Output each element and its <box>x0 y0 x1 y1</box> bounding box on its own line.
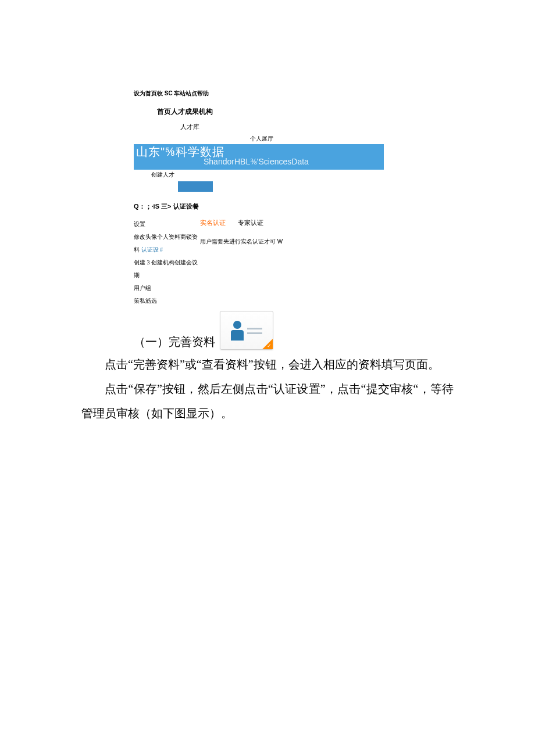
content-panel: 实名认证 专家认证 用户需要先进行实名认证才可 W <box>198 218 384 252</box>
sidebar-item-privacy[interactable]: 策私筋选 <box>134 295 198 307</box>
sidebar-item-settings[interactable]: 设置 <box>134 218 198 231</box>
tab-expert[interactable]: 专家认证 <box>238 219 263 226</box>
banner-title-en: ShandorHBL⅜'SciencesData <box>204 157 309 166</box>
create-talent-label: 创建人才 <box>151 171 174 178</box>
breadcrumb: Q：；·iS 三> 认证设餐 <box>134 192 384 218</box>
sidebar: 设置 修改头像个人资料商锁资 料 认证设 # 创建 3 创建机构创建会议期 用户… <box>134 218 198 307</box>
main-nav: 首页人才成果机构 <box>134 103 384 120</box>
id-card-icon: ✓ <box>220 311 273 350</box>
paragraph-1: 点击“完善资料”或“查看资料”按钮，会进入相应的资料填写页面。 <box>81 352 454 377</box>
tab-realname[interactable]: 实名认证 <box>200 219 226 226</box>
embedded-screenshot: 设为首页收 SC 车站站点帮助 首页人才成果机构 人才库 个人展厅 山东"⅝科学… <box>134 87 384 350</box>
cert-tabs: 实名认证 专家认证 <box>200 218 384 232</box>
primary-button[interactable] <box>178 181 213 192</box>
sidebar-item-profile[interactable]: 修改头像个人资料商锁资 <box>134 231 198 243</box>
sidebar-item-create[interactable]: 创建 3 创建机构创建会议期 <box>134 256 198 282</box>
nav-talent-pool: 人才库 <box>134 120 384 134</box>
top-utility-links: 设为首页收 SC 车站站点帮助 <box>134 87 384 103</box>
check-icon: ✓ <box>267 343 272 349</box>
sidebar-item-user-group[interactable]: 用户组 <box>134 282 198 295</box>
section-heading: （一）完善资料 <box>134 334 220 350</box>
sidebar-item-cert-settings[interactable]: 料 认证设 # <box>134 243 198 256</box>
paragraph-2: 点击“保存”按钮，然后左侧点击“认证设置”，点击“提交审核“，等待管理员审核（如… <box>81 377 454 425</box>
cert-hint: 用户需要先进行实名认证才可 W <box>200 232 384 252</box>
site-banner: 山东"⅝科学数据 ShandorHBL⅜'SciencesData <box>134 144 384 170</box>
nav-personal-hall: 个人展厅 <box>134 134 384 144</box>
